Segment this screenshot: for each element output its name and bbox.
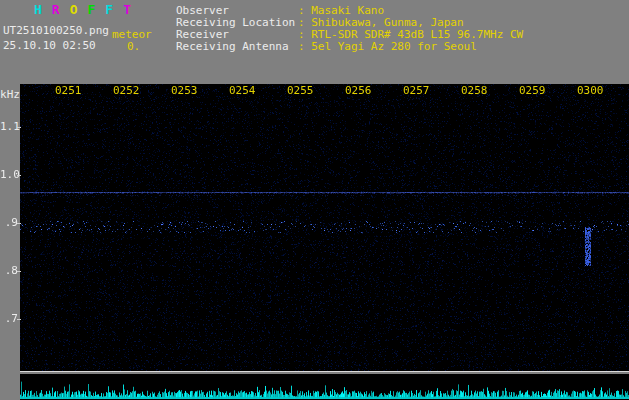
y-axis-label: 1.1: [0, 121, 18, 133]
x-axis-label: 0257: [403, 85, 430, 97]
info-value: : 5el Yagi Az 280 for Seoul: [298, 40, 477, 53]
x-axis-label: 0256: [345, 85, 372, 97]
y-axis-label: 1.0: [0, 169, 18, 181]
logo-letter: T: [123, 2, 131, 17]
y-axis-label: .7: [0, 313, 18, 325]
x-axis-label: 0252: [113, 85, 140, 97]
spectrogram-canvas: [20, 84, 629, 372]
info-row: Receiving Antenna: 5el Yagi Az 280 for S…: [176, 41, 523, 53]
logo-letter: F: [87, 2, 95, 17]
x-axis-label: 0258: [461, 85, 488, 97]
x-axis-label: 0254: [229, 85, 256, 97]
receiver-info-block: Observer: Masaki KanoReceiving Location:…: [176, 5, 523, 53]
x-axis-label: 0300: [577, 85, 604, 97]
x-axis-label: 0259: [519, 85, 546, 97]
logo-letter: O: [70, 2, 78, 17]
axis-separator-line: [20, 371, 629, 372]
y-axis-tick: [17, 127, 21, 128]
datetime-label: 25.10.10 02:50: [3, 40, 96, 52]
x-axis-label: 0255: [287, 85, 314, 97]
y-axis-label: .9: [0, 217, 18, 229]
y-axis-tick: [17, 223, 21, 224]
logo-letter: R: [52, 2, 60, 17]
spectrogram-plot: 0251025202530254025502560257025802590300: [20, 84, 629, 372]
hrofft-screenshot: HROFFT UT2510100250.png meteor 25.10.10 …: [0, 0, 629, 400]
signal-level-strip-canvas: [20, 374, 629, 400]
info-label: Receiving Antenna: [176, 41, 298, 53]
y-axis-tick: [17, 319, 21, 320]
logo-letter: H: [34, 2, 42, 17]
app-logo: HROFFT: [34, 4, 141, 17]
x-axis-label: 0251: [55, 85, 82, 97]
y-axis-tick: [17, 175, 21, 176]
x-axis-label: 0253: [171, 85, 198, 97]
y-axis-tick: [17, 271, 21, 272]
y-axis-label: .8: [0, 265, 18, 277]
counter-label: 0.: [127, 41, 140, 53]
filename-label: UT2510100250.png: [3, 25, 109, 37]
logo-letter: F: [105, 2, 113, 17]
y-axis-unit: kHz: [0, 89, 20, 101]
